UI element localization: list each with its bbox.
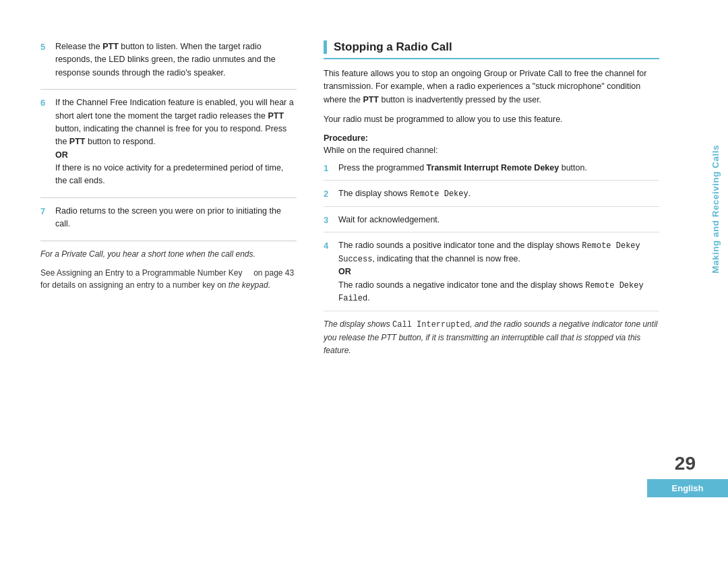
step-6-content: If the Channel Free Indication feature i… [55,96,297,188]
section-heading-bar [324,40,327,54]
r-step-3-num: 3 [324,214,338,227]
r-step-1: 1 Press the programmed Transmit Interrup… [324,162,659,181]
section-heading: Stopping a Radio Call [324,40,659,59]
bottom-italic: The display shows Call Interrupted, and … [324,318,659,358]
r-step-2-num: 2 [324,187,338,201]
r-step-3-content: Wait for acknowledgement. [338,214,659,227]
step-5-content: Release the PTT button to listen. When t… [55,40,297,80]
side-tab-text: Making and Receiving Calls [710,145,721,274]
italic-note: For a Private Call, you hear a short ton… [40,248,297,260]
step-5: 5 Release the PTT button to listen. When… [40,40,297,80]
r-step-1-num: 1 [324,162,338,175]
right-column: Stopping a Radio Call This feature allow… [324,40,688,522]
section-intro: This feature allows you to stop an ongoi… [324,67,659,106]
section-heading-text: Stopping a Radio Call [334,40,452,54]
step-7-num: 7 [40,205,55,231]
procedure-label: Procedure: [324,133,659,143]
r-step-1-content: Press the programmed Transmit Interrupt … [338,162,659,175]
left-column: 5 Release the PTT button to listen. When… [40,40,297,522]
step-7-content: Radio returns to the screen you were on … [55,205,297,231]
radio-note: Your radio must be programmed to allow y… [324,113,659,126]
see-note: See Assigning an Entry to a Programmable… [40,267,297,291]
step-6-num: 6 [40,96,55,188]
step-5-num: 5 [40,40,55,80]
r-step-3: 3 Wait for acknowledgement. [324,214,659,233]
step-6: 6 If the Channel Free Indication feature… [40,96,297,188]
channel-note: While on the required channel: [324,146,659,155]
side-tab: Making and Receiving Calls [702,0,728,418]
r-step-4-num: 4 [324,239,338,305]
r-step-4-content: The radio sounds a positive indicator to… [338,239,659,305]
step-7: 7 Radio returns to the screen you were o… [40,205,297,231]
r-step-2: 2 The display shows Remote Dekey. [324,187,659,207]
step-5-divider [40,89,297,90]
r-step-4: 4 The radio sounds a positive indicator … [324,239,659,311]
content-area: 5 Release the PTT button to listen. When… [40,40,688,522]
r-step-2-content: The display shows Remote Dekey. [338,187,659,201]
step-6-divider [40,197,297,198]
page-container: Making and Receiving Calls English 29 5 … [0,0,728,562]
step-7-divider [40,241,297,241]
